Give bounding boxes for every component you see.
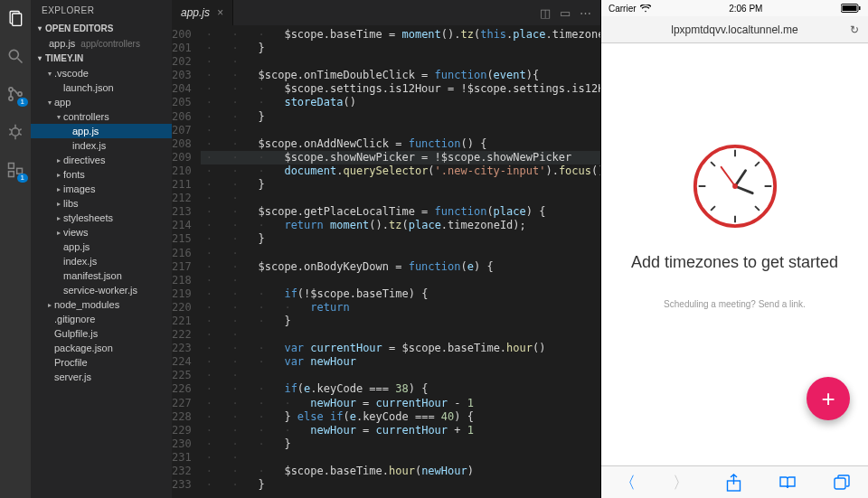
tree-label: images <box>63 183 95 194</box>
extensions-icon[interactable]: 1 <box>5 159 26 181</box>
tree-item[interactable]: ▸libs <box>31 196 172 211</box>
explorer-sidebar: EXPLORER ▾ OPEN EDITORS app.jsapp/contro… <box>31 0 172 498</box>
code-line[interactable]: · · <box>201 247 600 260</box>
code-line[interactable]: · · · var newHour <box>201 355 600 369</box>
code-line[interactable]: · · <box>201 328 600 342</box>
code-line[interactable]: · · · $scope.baseTime = moment().tz(this… <box>201 28 600 42</box>
code-line[interactable]: · · <box>201 451 600 465</box>
code-line[interactable]: · · · · return <box>201 301 600 315</box>
code-line[interactable]: · · · return moment().tz(place.timezoneI… <box>201 219 600 232</box>
tree-item[interactable]: ▸stylesheets <box>31 211 172 225</box>
code-line[interactable]: · · <box>201 124 600 137</box>
tree-item[interactable]: server.js <box>31 370 172 384</box>
code-line[interactable]: · · } <box>201 42 600 55</box>
open-editor-item[interactable]: app.jsapp/controllers <box>31 36 172 51</box>
tab-app-js[interactable]: app.js × <box>172 0 233 25</box>
code-line[interactable]: · · <box>201 55 600 69</box>
tree-item[interactable]: package.json <box>31 341 172 355</box>
code-line[interactable]: · · $scope.onBodyKeyDown = function(e) { <box>201 260 600 274</box>
code-line[interactable]: · · · var currentHour = $scope.baseTime.… <box>201 342 600 355</box>
add-fab[interactable]: + <box>807 377 850 420</box>
code-line[interactable]: · · } <box>201 110 600 124</box>
tree-item[interactable]: ▾controllers <box>31 109 172 124</box>
split-editor-icon[interactable]: ◫ <box>540 6 551 20</box>
code-line[interactable]: · · · · newHour = currentHour - 1 <box>201 397 600 410</box>
project-name: TIMEY.IN <box>45 53 83 63</box>
code-editor[interactable]: 2002012022032042052062072082092102112122… <box>172 25 600 498</box>
code-line[interactable]: · · } <box>201 478 600 492</box>
code-line[interactable]: · · $scope.onTimeDoubleClick = function(… <box>201 69 600 82</box>
explorer-icon[interactable] <box>5 7 26 29</box>
code-line[interactable]: · · } <box>201 178 600 192</box>
tree-label: Procfile <box>54 357 88 368</box>
scm-badge: 1 <box>17 98 28 107</box>
svg-point-4 <box>9 88 13 91</box>
search-icon[interactable] <box>5 45 26 67</box>
tree-item[interactable]: ▾.vscode <box>31 66 172 80</box>
code-line[interactable]: · · · document.querySelector('.new-city-… <box>201 164 600 178</box>
tree-item[interactable]: .gitignore <box>31 312 172 326</box>
chevron-right-icon: ▸ <box>54 229 63 237</box>
code-line[interactable]: · · · · newHour = currentHour + 1 <box>201 424 600 437</box>
tree-item[interactable]: ▸views <box>31 225 172 240</box>
reload-icon[interactable]: ↻ <box>850 23 859 36</box>
tree-item[interactable]: ▸images <box>31 182 172 196</box>
code-line[interactable]: · · · if(e.keyCode === 38) { <box>201 382 600 396</box>
svg-rect-18 <box>843 5 857 11</box>
project-header[interactable]: ▾ TIMEY.IN <box>31 51 172 66</box>
svg-line-27 <box>711 206 715 211</box>
svg-line-11 <box>19 129 21 131</box>
line-gutter: 2002012022032042052062072082092102112122… <box>172 25 201 498</box>
share-icon[interactable] <box>726 474 741 492</box>
code-line[interactable]: · · · } else if(e.keyCode === 40) { <box>201 410 600 424</box>
tree-label: package.json <box>54 343 113 353</box>
code-line[interactable]: · · · if(!$scope.baseTime) { <box>201 287 600 301</box>
chevron-down-icon: ▾ <box>45 70 54 78</box>
code-line[interactable]: · · · } <box>201 437 600 451</box>
bookmarks-icon[interactable] <box>778 475 797 490</box>
app-content: Add timezones to get started Scheduling … <box>601 43 868 465</box>
code-line[interactable]: · · · } <box>201 315 600 328</box>
code-line[interactable]: · · <box>201 274 600 287</box>
more-icon[interactable]: ⋯ <box>580 6 591 20</box>
code-line[interactable]: · · <box>201 369 600 382</box>
tree-item[interactable]: app.js <box>31 240 172 254</box>
code-line[interactable]: · · · $scope.settings.is12Hour = !$scope… <box>201 82 600 96</box>
tree-item[interactable]: ▸directives <box>31 153 172 167</box>
tree-item[interactable]: ▾app <box>31 95 172 109</box>
code-line[interactable]: · · · $scope.baseTime.hour(newHour) <box>201 465 600 478</box>
code-line[interactable]: · · <box>201 192 600 205</box>
code-content[interactable]: · · · $scope.baseTime = moment().tz(this… <box>201 25 600 498</box>
tree-item[interactable]: ▸fonts <box>31 167 172 182</box>
tree-item[interactable]: index.js <box>31 254 172 268</box>
close-icon[interactable]: × <box>217 6 223 19</box>
toggle-panel-icon[interactable]: ▭ <box>560 6 571 20</box>
svg-rect-1 <box>13 14 22 25</box>
svg-rect-15 <box>9 172 14 177</box>
tree-label: index.js <box>63 256 97 267</box>
tree-item[interactable]: service-worker.js <box>31 283 172 297</box>
tree-item[interactable]: Gulpfile.js <box>31 326 172 341</box>
back-icon[interactable]: 〈 <box>619 472 636 493</box>
tree-item[interactable]: index.js <box>31 138 172 153</box>
code-line[interactable]: · · $scope.getPlaceLocalTime = function(… <box>201 205 600 219</box>
tabs-icon[interactable] <box>834 475 850 491</box>
ios-simulator: Carrier 2:06 PM lpxpmtdqvv.localtunnel.m… <box>600 0 868 498</box>
code-line[interactable]: · · · $scope.showNewPicker = !$scope.sho… <box>201 151 600 164</box>
tree-item[interactable]: ▸node_modules <box>31 297 172 312</box>
url-bar[interactable]: lpxpmtdqvv.localtunnel.me ↻ <box>601 16 868 43</box>
code-line[interactable]: · · } <box>201 232 600 246</box>
forward-icon[interactable]: 〉 <box>673 472 689 493</box>
open-editors-header[interactable]: ▾ OPEN EDITORS <box>31 21 172 36</box>
activity-bar: 1 1 <box>0 0 31 498</box>
tree-item[interactable]: manifest.json <box>31 268 172 283</box>
tree-item[interactable]: Procfile <box>31 355 172 370</box>
scm-icon[interactable]: 1 <box>5 83 26 105</box>
svg-line-26 <box>755 206 760 211</box>
code-line[interactable]: · · · storeData() <box>201 96 600 109</box>
tree-item[interactable]: app.js <box>31 124 172 138</box>
tree-item[interactable]: launch.json <box>31 80 172 95</box>
debug-icon[interactable] <box>5 121 26 143</box>
code-line[interactable]: · · $scope.onAddNewClick = function() { <box>201 137 600 151</box>
sidebar-title: EXPLORER <box>31 0 172 21</box>
